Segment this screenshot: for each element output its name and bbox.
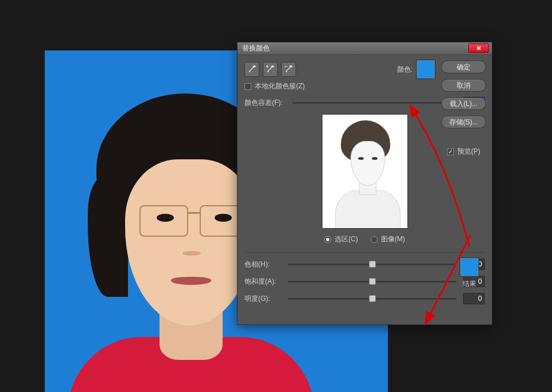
hue-slider[interactable] <box>288 264 456 265</box>
replace-color-dialog: 替换颜色 颜色: 本地化颜色簇(Z) 颜色容差(F): <box>237 42 492 325</box>
radio-selection-label: 选区(C) <box>335 234 358 244</box>
eyedropper-minus-button[interactable] <box>281 62 296 77</box>
preview-label: 预览(P) <box>457 147 480 156</box>
lig-slider-thumb[interactable] <box>369 295 376 302</box>
preview-mode-radios: 选区(C) 图像(M) <box>244 234 485 244</box>
lig-slider[interactable] <box>288 298 456 300</box>
color-label: 颜色: <box>397 65 413 75</box>
sat-row: 饱和度(A): <box>244 276 485 287</box>
eyedropper-button[interactable] <box>244 62 259 77</box>
localized-checkbox-label: 本地化颜色簇(Z) <box>255 81 305 91</box>
source-color-swatch[interactable] <box>416 60 436 79</box>
radio-selection-input[interactable] <box>324 236 331 243</box>
fuzziness-slider[interactable] <box>293 102 456 104</box>
sat-label: 饱和度(A): <box>244 277 281 287</box>
radio-selection[interactable]: 选区(C) <box>324 234 358 244</box>
ok-button[interactable]: 确定 <box>441 61 486 73</box>
eyedropper-plus-icon <box>266 65 275 74</box>
dialog-titlebar[interactable]: 替换颜色 <box>238 42 492 55</box>
fuzziness-label: 颜色容差(F): <box>244 98 286 108</box>
eyedropper-minus-icon <box>284 65 293 74</box>
localized-checkbox[interactable] <box>244 83 251 90</box>
dialog-title: 替换颜色 <box>242 44 270 53</box>
lig-row: 明度(G): <box>244 293 485 304</box>
selection-preview <box>322 114 408 229</box>
sat-slider-thumb[interactable] <box>369 278 376 285</box>
eyedropper-plus-button[interactable] <box>263 62 278 77</box>
hue-label: 色相(H): <box>244 260 281 269</box>
radio-image[interactable]: 图像(M) <box>371 234 405 244</box>
dialog-buttons: 确定 取消 载入(L)... 存储(S)... 预览(P) <box>441 61 486 156</box>
sat-slider[interactable] <box>288 281 456 283</box>
preview-checkbox-row[interactable]: 预览(P) <box>441 147 486 156</box>
save-button[interactable]: 存储(S)... <box>441 116 486 128</box>
result-color-swatch[interactable] <box>460 257 479 277</box>
preview-checkbox[interactable] <box>447 148 454 155</box>
divider <box>244 252 485 253</box>
source-color-group: 颜色: <box>397 60 436 79</box>
hue-row: 色相(H): <box>244 258 485 270</box>
radio-image-input[interactable] <box>371 236 378 243</box>
dialog-body: 颜色: 本地化颜色簇(Z) 颜色容差(F): <box>238 55 492 317</box>
close-button[interactable] <box>468 44 489 53</box>
eyedropper-icon <box>247 65 256 74</box>
cancel-button[interactable]: 取消 <box>441 79 486 92</box>
lig-label: 明度(G): <box>244 294 281 304</box>
lig-input[interactable] <box>463 293 485 304</box>
result-label: 结果 <box>460 279 479 289</box>
result-group: 结果 <box>460 257 479 289</box>
radio-image-label: 图像(M) <box>381 234 405 244</box>
hue-slider-thumb[interactable] <box>369 261 376 268</box>
load-button[interactable]: 载入(L)... <box>441 97 486 110</box>
